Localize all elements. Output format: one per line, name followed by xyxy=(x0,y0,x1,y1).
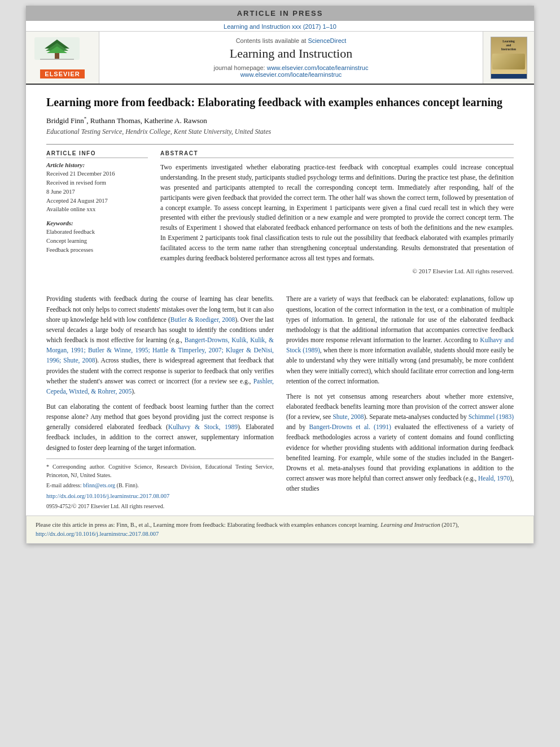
footnote-corresponding: * Corresponding author. Cognitive Scienc… xyxy=(46,462,274,479)
sciencedirect-link[interactable]: ScienceDirect xyxy=(308,37,346,44)
cover-image-area xyxy=(492,54,525,69)
journal-header-center: Contents lists available at ScienceDirec… xyxy=(99,32,483,84)
ref-bangert-drowns-1991[interactable]: Bangert-Drowns et al. (1991) xyxy=(309,423,391,430)
journal-ref-text: Learning and Instruction xxx (2017) 1–10 xyxy=(224,23,336,30)
elsevier-logo xyxy=(34,37,91,68)
page: ARTICLE IN PRESS Learning and Instructio… xyxy=(26,6,534,544)
received-date: Received 21 December 2016 xyxy=(46,169,148,178)
article-info-heading: ARTICLE INFO xyxy=(46,150,148,158)
authors-line: Bridgid Finn*, Ruthann Thomas, Katherine… xyxy=(46,116,514,125)
article-in-press-label: ARTICLE IN PRESS xyxy=(237,9,323,18)
ref-schimmel[interactable]: Schimmel (1983) xyxy=(469,413,514,420)
ref-bangert-et-al[interactable]: Bangert-Drowns, Kulik, Kulik, & Morgan, … xyxy=(46,337,274,364)
cover-stripe xyxy=(491,74,527,78)
article-info-panel: ARTICLE INFO Article history: Received 2… xyxy=(46,150,148,274)
article-title: Learning more from feedback: Elaborating… xyxy=(46,95,514,110)
body-two-col: Providing students with feedback during … xyxy=(46,294,514,511)
elsevier-tree-icon xyxy=(34,37,80,64)
keyword-2: Concept learning xyxy=(46,237,148,246)
email-link[interactable]: bfinn@ets.org xyxy=(83,482,115,488)
contents-available-line: Contents lists available at ScienceDirec… xyxy=(236,37,347,44)
journal-cover-thumbnail: LearningandInstruction xyxy=(491,37,527,79)
revised-date: 8 June 2017 xyxy=(46,187,148,196)
doi-link[interactable]: http://dx.doi.org/10.1016/j.learninstruc… xyxy=(46,492,274,501)
contents-available-text: Contents lists available at xyxy=(236,37,307,44)
ref-kulhavy-stock-2[interactable]: Kulhavy and Stock (1989) xyxy=(286,337,514,353)
revised-label: Received in revised form xyxy=(46,178,148,187)
article-info-abstract-section: ARTICLE INFO Article history: Received 2… xyxy=(46,144,514,274)
footnote-email: E-mail address: bfinn@ets.org (B. Finn). xyxy=(46,481,274,490)
journal-logo-left: ELSEVIER xyxy=(26,32,99,84)
authors-text: Bridgid Finn*, Ruthann Thomas, Katherine… xyxy=(46,116,207,125)
citation-text: Please cite this article in press as: Fi… xyxy=(36,522,459,537)
cover-title-text: LearningandInstruction xyxy=(501,40,516,51)
copyright-line: © 2017 Elsevier Ltd. All rights reserved… xyxy=(160,268,514,274)
issn-line: 0959-4752/© 2017 Elsevier Ltd. All right… xyxy=(46,502,274,511)
article-in-press-bar: ARTICLE IN PRESS xyxy=(26,6,534,21)
abstract-text: Two experiments investigated whether ela… xyxy=(160,163,514,263)
main-content: Learning more from feedback: Elaborating… xyxy=(26,85,534,288)
accepted-date: Accepted 24 August 2017 xyxy=(46,196,148,206)
journal-title-heading: Learning and Instruction xyxy=(230,46,353,61)
body-right-para1: There are a variety of ways that feedbac… xyxy=(286,294,514,386)
keyword-3: Feedback processes xyxy=(46,246,148,255)
keywords-label: Keywords: xyxy=(46,220,148,226)
elsevier-label: ELSEVIER xyxy=(40,69,84,78)
journal-ref-line: Learning and Instruction xxx (2017) 1–10 xyxy=(26,21,534,31)
journal-header: Learning and Instruction xxx (2017) 1–10 xyxy=(26,21,534,85)
available-online: Available online xxx xyxy=(46,205,148,214)
ref-butler-roediger[interactable]: Butler & Roediger, 2008 xyxy=(170,316,235,323)
body-left-para2: But can elaborating the content of feedb… xyxy=(46,401,274,453)
ref-shute[interactable]: Shute, 2008 xyxy=(333,413,364,420)
abstract-panel: ABSTRACT Two experiments investigated wh… xyxy=(160,150,514,274)
journal-header-inner: ELSEVIER Contents lists available at Sci… xyxy=(26,31,534,84)
article-history-label: Article history: xyxy=(46,161,148,168)
citation-doi-link[interactable]: http://dx.doi.org/10.1016/j.learninstruc… xyxy=(36,531,159,537)
ref-heald[interactable]: Heald, 1970 xyxy=(478,475,510,482)
journal-homepage-link[interactable]: www.elsevier.com/locate/learninstruc xyxy=(267,64,369,71)
keyword-1: Elaborated feedback xyxy=(46,228,148,237)
affiliation-line: Educational Testing Service, Hendrix Col… xyxy=(46,128,514,136)
body-right-para2: There is not yet consensus among researc… xyxy=(286,391,514,494)
body-left-para1: Providing students with feedback during … xyxy=(46,294,274,396)
citation-bar: Please cite this article in press as: Fi… xyxy=(26,516,534,544)
footnote-area: * Corresponding author. Cognitive Scienc… xyxy=(46,458,274,490)
homepage-url-display[interactable]: www.elsevier.com/locate/learninstruc xyxy=(240,71,342,78)
abstract-heading: ABSTRACT xyxy=(160,150,514,158)
svg-rect-1 xyxy=(55,53,59,59)
journal-logo-right: LearningandInstruction xyxy=(483,32,534,84)
body-right-col: There are a variety of ways that feedbac… xyxy=(286,294,514,511)
journal-homepage-line: journal homepage: www.elsevier.com/locat… xyxy=(214,64,369,71)
homepage-label: journal homepage: xyxy=(214,64,265,71)
citation-journal-italic: Learning and Instruction xyxy=(380,522,440,528)
body-section: Providing students with feedback during … xyxy=(26,294,534,511)
ref-pashler[interactable]: Pashler, Cepeda, Wixted, & Rohrer, 2005 xyxy=(46,378,274,395)
body-left-col: Providing students with feedback during … xyxy=(46,294,274,511)
ref-kulhavy-stock[interactable]: Kulhavy & Stock, 1989 xyxy=(168,423,238,430)
